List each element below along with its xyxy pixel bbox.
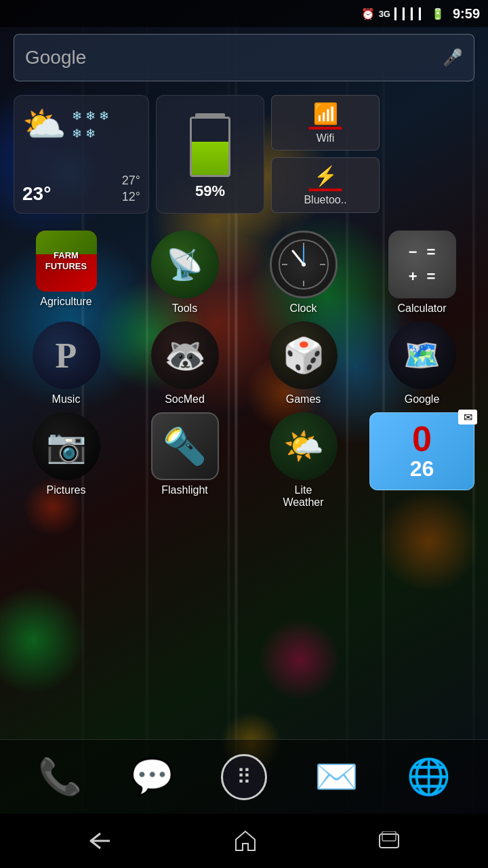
3g-icon: 3G <box>379 9 390 19</box>
calculator-label: Calculator <box>397 302 446 315</box>
app-pictures[interactable]: 📷 Pictures <box>14 412 119 509</box>
dock-messaging[interactable]: 💬 <box>125 750 179 804</box>
svg-point-7 <box>302 262 306 267</box>
wifi-icon: 📶 <box>313 102 338 125</box>
app-row-2: P Music 🦝 SocMed 🎲 Games 🗺️ Google <box>14 321 474 406</box>
bluetooth-label: Bluetoo.. <box>304 194 346 206</box>
app-socmed[interactable]: 🦝 SocMed <box>132 321 237 406</box>
snow-icon: ❄ ❄ ❄ <box>72 108 109 123</box>
wifi-toggle[interactable]: 📶 Wifi <box>271 95 380 151</box>
music-label: Music <box>52 393 81 406</box>
svg-line-5 <box>293 251 304 264</box>
battery-widget[interactable]: 59% <box>156 95 264 214</box>
app-liteweather[interactable]: 🌤️ Lite Weather <box>251 412 356 509</box>
games-icon: 🎲 <box>270 321 338 389</box>
calendar-widget-item[interactable]: 0 26 ✉ <box>369 412 474 509</box>
calendar-envelope-icon: ✉ <box>458 410 477 425</box>
weather-range: 27° 12° <box>122 173 140 205</box>
widget-row: ⛅ ❄ ❄ ❄ ❄ ❄ 23° 27° 12° 59% <box>14 95 474 214</box>
socmed-icon: 🦝 <box>151 321 219 389</box>
app-clock[interactable]: Clock <box>251 231 356 315</box>
calculator-icon: −= += <box>388 231 456 298</box>
app-grid: FARMFUTURES Agriculture 📡 Tools <box>14 231 474 515</box>
app-google[interactable]: 🗺️ Google <box>369 321 474 406</box>
messaging-icon: 💬 <box>130 756 174 797</box>
battery-icon: 🔋 <box>431 7 445 20</box>
battery-percentage: 59% <box>195 182 225 200</box>
recents-button[interactable] <box>377 831 401 850</box>
gmail-icon: ✉️ <box>314 756 359 797</box>
status-icons: ⏰ 3G ▎▎▎▎ 🔋 <box>361 7 445 20</box>
app-flashlight[interactable]: 🔦 Flashlight <box>132 412 237 509</box>
weather-widget[interactable]: ⛅ ❄ ❄ ❄ ❄ ❄ 23° 27° 12° <box>14 95 149 214</box>
socmed-label: SocMed <box>165 393 205 406</box>
search-bar[interactable]: Google 🎤 <box>14 34 474 81</box>
clock-label: Clock <box>289 302 317 315</box>
app-tools[interactable]: 📡 Tools <box>132 231 237 315</box>
dock-phone[interactable]: 📞 <box>33 750 87 804</box>
app-music[interactable]: P Music <box>14 321 119 406</box>
agriculture-label: Agriculture <box>40 296 92 308</box>
calendar-icon: 0 26 ✉ <box>369 412 474 490</box>
flashlight-icon: 🔦 <box>151 412 219 480</box>
snow-icon2: ❄ ❄ <box>72 126 109 141</box>
back-button[interactable] <box>87 831 114 851</box>
app-row-1: FARMFUTURES Agriculture 📡 Tools <box>14 231 474 315</box>
bluetooth-toggle[interactable]: ⚡ Bluetoo.. <box>271 157 380 213</box>
weather-cloud-icon: ⛅ <box>22 104 66 145</box>
flashlight-label: Flashlight <box>161 484 207 496</box>
tools-icon: 📡 <box>151 231 219 298</box>
app-games[interactable]: 🎲 Games <box>251 321 356 406</box>
microphone-icon[interactable]: 🎤 <box>443 48 463 67</box>
dock-gmail[interactable]: ✉️ <box>309 750 363 804</box>
dock-browser[interactable]: 🌐 <box>401 750 455 804</box>
status-bar: ⏰ 3G ▎▎▎▎ 🔋 9:59 <box>0 0 488 27</box>
tools-label: Tools <box>172 302 197 315</box>
google-icon: 🗺️ <box>388 321 456 389</box>
phone-icon: 📞 <box>38 756 82 797</box>
bluetooth-icon: ⚡ <box>314 165 338 187</box>
battery-icon-container <box>190 109 230 177</box>
app-row-3: 📷 Pictures 🔦 Flashlight 🌤️ Lite Weather … <box>14 412 474 509</box>
status-time: 9:59 <box>453 6 480 22</box>
weather-current-temp: 23° <box>22 183 51 205</box>
dock: 📞 💬 ⠿ ✉️ 🌐 <box>0 739 488 814</box>
weather-high: 27° <box>122 173 140 189</box>
app-agriculture[interactable]: FARMFUTURES Agriculture <box>14 231 119 315</box>
home-button[interactable] <box>233 829 258 853</box>
weather-temps: 23° 27° 12° <box>22 173 140 205</box>
search-text: Google <box>25 47 443 68</box>
bluetooth-status-bar <box>308 189 342 191</box>
svg-rect-10 <box>382 831 396 841</box>
google-label: Google <box>405 393 440 406</box>
clock-icon <box>270 231 338 298</box>
alarm-icon: ⏰ <box>361 7 375 20</box>
calendar-number-small: 26 <box>410 456 434 481</box>
pictures-icon: 📷 <box>33 412 100 480</box>
weather-low: 12° <box>122 189 140 205</box>
games-label: Games <box>286 393 321 406</box>
liteweather-label: Lite Weather <box>283 484 323 509</box>
agriculture-icon: FARMFUTURES <box>36 231 97 292</box>
toggle-widgets: 📶 Wifi ⚡ Bluetoo.. <box>271 95 380 214</box>
browser-icon: 🌐 <box>407 756 451 797</box>
wifi-label: Wifi <box>317 132 335 144</box>
nav-bar <box>0 814 488 868</box>
app-calculator[interactable]: −= += Calculator <box>369 231 474 315</box>
music-icon: P <box>33 321 100 389</box>
liteweather-icon: 🌤️ <box>270 412 338 480</box>
wifi-status-bar <box>308 127 342 130</box>
apps-icon: ⠿ <box>221 754 267 800</box>
dock-apps[interactable]: ⠿ <box>217 750 271 804</box>
calendar-number-big: 0 <box>412 421 432 456</box>
signal-icon: ▎▎▎▎ <box>394 7 427 20</box>
pictures-label: Pictures <box>47 484 86 496</box>
